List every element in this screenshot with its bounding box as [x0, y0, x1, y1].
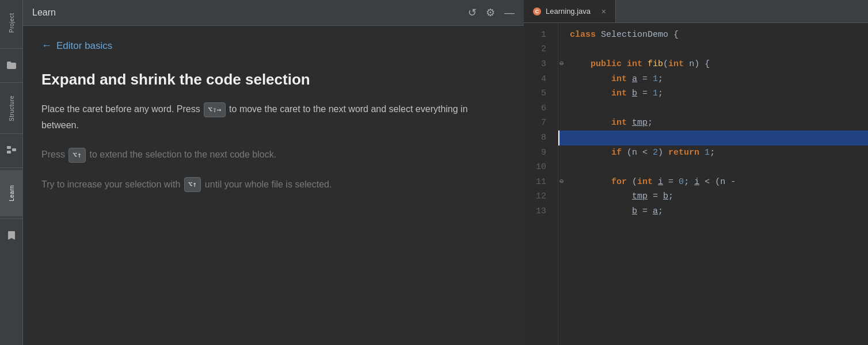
learn-title: Learn: [32, 7, 56, 18]
code-line-3: ⊖ public int fib ( int n) {: [558, 57, 868, 72]
bookmark-icon: [6, 230, 17, 241]
back-label: Editor basics: [56, 40, 112, 52]
body2-prefix: Press: [41, 150, 65, 159]
body1-text: Place the caret before any word. Press: [41, 104, 200, 114]
sidebar-item-structure[interactable]: Structure: [0, 85, 23, 131]
tab-bar: C Learning.java ×: [524, 0, 868, 23]
code-line-1: class SelectionDemo {: [558, 28, 868, 43]
learn-header: Learn ↺ ⚙ —: [23, 0, 524, 26]
sidebar-bookmark-icon[interactable]: [0, 221, 23, 250]
code-panel: C Learning.java × 1 2 3 4 5 6 7 8 9 10 1…: [524, 0, 868, 345]
body3-suffix: until your whole file is selected.: [205, 179, 332, 189]
body-paragraph-3: Try to increase your selection with ⌥↑ u…: [41, 177, 505, 193]
structure-icon: [6, 145, 17, 156]
gutter-icon-3: ⊖: [559, 59, 564, 70]
code-line-4: int a = 1 ;: [558, 72, 868, 87]
back-arrow-icon: ←: [41, 40, 52, 52]
code-line-6: [558, 101, 868, 116]
sidebar-item-project[interactable]: Project: [0, 0, 23, 46]
tab-file-icon: C: [533, 7, 541, 16]
code-area[interactable]: 1 2 3 4 5 6 7 8 9 10 11 12 13 class Sele…: [524, 23, 868, 345]
settings-button[interactable]: ⚙: [486, 6, 495, 19]
body3-prefix: Try to increase your selection with: [41, 179, 180, 189]
kbd-badge-2: ⌥↑: [68, 148, 86, 163]
gutter-icon-11: ⊖: [559, 177, 564, 187]
code-line-5: int b = 1 ;: [558, 86, 868, 101]
close-tab-button[interactable]: ×: [601, 7, 606, 16]
back-link[interactable]: ← Editor basics: [41, 40, 505, 52]
code-line-11: ⊖ for ( int i = 0 ; i < (n -: [558, 175, 868, 190]
kbd-badge-1: ⌥⇧→: [204, 102, 225, 117]
learn-panel: Learn ↺ ⚙ — ← Editor basics Expand and s…: [23, 0, 524, 345]
kbd-badge-3: ⌥↑: [184, 177, 201, 192]
code-line-8: [558, 131, 868, 145]
learn-header-actions: ↺ ⚙ —: [468, 6, 515, 19]
body-paragraph-1: Place the caret before any word. Press ⌥…: [41, 101, 505, 133]
learn-content: ← Editor basics Expand and shrink the co…: [23, 26, 524, 345]
folder-icon: [6, 60, 17, 71]
code-line-2: [558, 43, 868, 57]
sidebar-item-learn[interactable]: Learn: [0, 170, 23, 216]
sidebar-folder-icon[interactable]: [0, 51, 23, 80]
tab-filename: Learning.java: [546, 7, 591, 16]
code-line-7: int tmp ;: [558, 116, 868, 131]
code-line-9: if (n < 2 ) return 1 ;: [558, 145, 868, 160]
svg-rect-2: [12, 148, 16, 151]
line-numbers: 1 2 3 4 5 6 7 8 9 10 11 12 13: [524, 23, 558, 345]
svg-rect-0: [7, 146, 11, 149]
sidebar-structure-icon[interactable]: [0, 136, 23, 165]
body-paragraph-2: Press ⌥↑ to extend the selection to the …: [41, 147, 505, 163]
sidebar: Project Structure Learn: [0, 0, 23, 345]
body2-suffix: to extend the selection to the next code…: [89, 150, 276, 159]
section-title: Expand and shrink the code selection: [41, 70, 505, 90]
code-line-12: tmp = b ;: [558, 190, 868, 205]
code-line-10: [558, 160, 868, 175]
svg-rect-1: [7, 151, 11, 154]
reset-button[interactable]: ↺: [468, 6, 477, 19]
code-line-13: b = a ;: [558, 204, 868, 219]
minimize-button[interactable]: —: [504, 7, 515, 19]
code-lines: class SelectionDemo { ⊖ public int fib (…: [558, 23, 868, 345]
tab-learning-java[interactable]: C Learning.java ×: [524, 0, 616, 22]
